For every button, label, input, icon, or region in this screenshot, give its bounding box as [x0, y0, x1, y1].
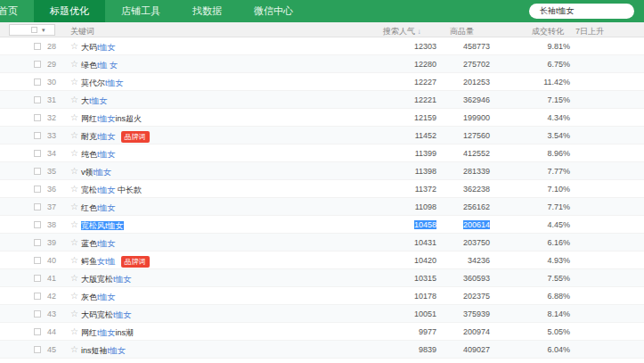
row-checkbox[interactable]: [34, 346, 41, 353]
nav-item-wechat-center[interactable]: 微信中心: [238, 0, 309, 22]
table-row[interactable]: 42☆灰色t恤女101782023756.88%: [0, 287, 644, 305]
conversion-value-text: 4.93%: [547, 256, 570, 265]
column-header-products[interactable]: 商品量: [450, 26, 474, 37]
search-input[interactable]: 长袖t恤女: [529, 4, 634, 19]
favorite-star-icon[interactable]: ☆: [70, 59, 78, 69]
products-value-text: 203750: [463, 238, 490, 247]
products-value-text: 256162: [463, 202, 490, 211]
keyword-link[interactable]: ins短袖t恤女: [81, 345, 126, 357]
keyword-link[interactable]: v领t恤女: [81, 167, 111, 178]
row-rank: 34: [47, 149, 56, 158]
column-header-conversion[interactable]: 成交转化: [532, 26, 564, 37]
table-row[interactable]: 31☆大t恤女122213629467.15%: [0, 91, 644, 109]
conversion-value-text: 7.71%: [547, 202, 570, 211]
table-row[interactable]: 45☆ins短袖t恤女98394090276.04%: [0, 341, 644, 359]
keyword-link[interactable]: 大码宽松t恤女: [81, 309, 132, 321]
row-checkbox[interactable]: [34, 257, 41, 264]
table-row[interactable]: 39☆蓝色t恤女104312037506.16%: [0, 234, 644, 252]
row-checkbox[interactable]: [34, 168, 41, 175]
keyword-link[interactable]: 绿色t恤 女: [81, 60, 118, 71]
row-checkbox[interactable]: [34, 186, 41, 193]
row-checkbox[interactable]: [34, 150, 41, 157]
keyword-text: 大: [81, 96, 89, 105]
row-checkbox[interactable]: [34, 203, 41, 210]
row-checkbox[interactable]: [34, 78, 41, 86]
keyword-text: t恤女: [97, 132, 116, 141]
keyword-link[interactable]: 蓝色t恤女: [81, 238, 116, 250]
row-checkbox[interactable]: [34, 61, 41, 68]
row-checkbox[interactable]: [34, 43, 41, 50]
sort-desc-icon[interactable]: ↓: [418, 28, 421, 36]
favorite-star-icon[interactable]: ☆: [70, 255, 78, 265]
table-row[interactable]: 30☆莫代尔t恤女1222720125311.42%: [0, 73, 644, 91]
favorite-star-icon[interactable]: ☆: [70, 77, 78, 87]
favorite-star-icon[interactable]: ☆: [70, 148, 78, 158]
favorite-star-icon[interactable]: ☆: [70, 95, 78, 104]
keyword-table: 28☆大码t恤女123034587739.81%29☆绿色t恤 女1228027…: [0, 37, 644, 359]
nav-item-home[interactable]: 首页: [0, 0, 34, 22]
keyword-link[interactable]: 网红t恤女ins潮: [81, 327, 134, 339]
row-checkbox[interactable]: [34, 310, 41, 318]
favorite-star-icon[interactable]: ☆: [70, 130, 78, 140]
favorite-star-icon[interactable]: ☆: [70, 344, 78, 354]
column-header-7day-rise[interactable]: 7日上升: [575, 26, 604, 37]
table-row[interactable]: 33☆耐克t恤女品牌词114521275603.54%: [0, 127, 644, 144]
nav-item-shop-tools[interactable]: 店铺工具: [105, 0, 176, 22]
favorite-star-icon[interactable]: ☆: [70, 273, 78, 283]
favorite-star-icon[interactable]: ☆: [70, 219, 78, 229]
table-row[interactable]: 36☆宽松t恤女 中长款113723622387.10%: [0, 180, 644, 198]
favorite-star-icon[interactable]: ☆: [70, 166, 78, 176]
table-row[interactable]: 37☆红色t恤女110982561627.71%: [0, 198, 644, 216]
row-checkbox[interactable]: [34, 96, 41, 103]
keyword-link[interactable]: 纯色t恤女: [81, 149, 116, 161]
favorite-star-icon[interactable]: ☆: [70, 184, 78, 194]
row-rank: 43: [47, 309, 56, 318]
keyword-link[interactable]: 鳄鱼女t恤品牌词: [81, 256, 150, 268]
keyword-link[interactable]: 灰色t恤女: [81, 292, 116, 303]
keyword-link[interactable]: 莫代尔t恤女: [81, 78, 124, 89]
row-checkbox[interactable]: [34, 114, 41, 121]
favorite-star-icon[interactable]: ☆: [70, 112, 78, 122]
row-checkbox[interactable]: [34, 328, 41, 335]
keyword-link[interactable]: 宽松风t恤女: [81, 220, 124, 232]
conversion-value-text: 5.05%: [547, 327, 570, 336]
keyword-text: ins潮: [116, 328, 135, 337]
favorite-star-icon[interactable]: ☆: [70, 291, 78, 301]
conversion-value-text: 3.54%: [547, 131, 570, 140]
table-row[interactable]: 44☆网红t恤女ins潮99772009745.05%: [0, 323, 644, 341]
table-row[interactable]: 41☆大版宽松t恤女103153605937.55%: [0, 269, 644, 287]
keyword-link[interactable]: 大码t恤女: [81, 42, 116, 54]
table-row[interactable]: 40☆鳄鱼女t恤品牌词10420342364.93%: [0, 252, 644, 269]
keyword-link[interactable]: 大t恤女: [81, 95, 108, 107]
favorite-star-icon[interactable]: ☆: [70, 202, 78, 211]
keyword-text: 大版宽松: [81, 275, 113, 284]
select-all-dropdown[interactable]: ▾: [9, 24, 55, 36]
row-checkbox[interactable]: [34, 132, 41, 139]
table-row[interactable]: 32☆网红t恤女ins超火121591999004.34%: [0, 109, 644, 127]
row-checkbox[interactable]: [34, 275, 41, 282]
keyword-link[interactable]: 耐克t恤女品牌词: [81, 131, 150, 143]
favorite-star-icon[interactable]: ☆: [70, 237, 78, 247]
favorite-star-icon[interactable]: ☆: [70, 326, 78, 336]
table-row[interactable]: 28☆大码t恤女123034587739.81%: [0, 37, 644, 55]
keyword-link[interactable]: 网红t恤女ins超火: [81, 113, 142, 125]
table-row[interactable]: 34☆纯色t恤女113994125528.96%: [0, 144, 644, 162]
row-checkbox[interactable]: [34, 239, 41, 246]
column-header-popularity[interactable]: 搜索人气 ↓: [383, 26, 421, 37]
select-all-checkbox[interactable]: [31, 27, 37, 33]
keyword-link[interactable]: 红色t恤女: [81, 202, 116, 214]
row-rank: 36: [47, 185, 56, 194]
nav-item-find-data[interactable]: 找数据: [176, 0, 238, 22]
nav-item-title-optimization[interactable]: 标题优化: [34, 0, 105, 22]
conversion-value: 6.88%: [522, 292, 570, 301]
favorite-star-icon[interactable]: ☆: [70, 41, 78, 51]
row-checkbox[interactable]: [34, 293, 41, 300]
table-row[interactable]: 43☆大码宽松t恤女100513759398.14%: [0, 305, 644, 323]
row-checkbox[interactable]: [34, 221, 41, 228]
table-row[interactable]: 29☆绿色t恤 女122802757026.75%: [0, 55, 644, 73]
favorite-star-icon[interactable]: ☆: [70, 309, 78, 318]
table-row[interactable]: 35☆v领t恤女113982813397.77%: [0, 162, 644, 180]
keyword-link[interactable]: 宽松t恤女 中长款: [81, 185, 142, 196]
table-row[interactable]: 38☆宽松风t恤女104582006144.45%: [0, 216, 644, 234]
keyword-link[interactable]: 大版宽松t恤女: [81, 274, 132, 285]
